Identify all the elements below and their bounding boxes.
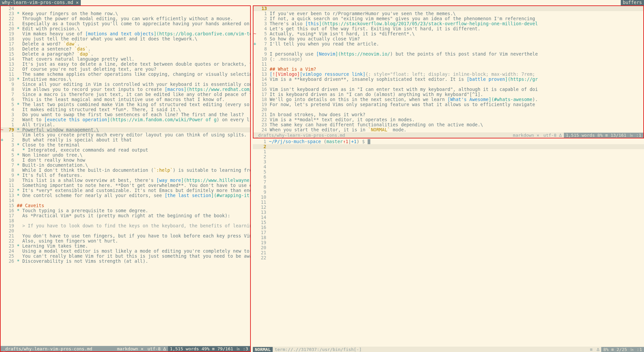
- code-line[interactable]: 16Vim isn't keyboard driven as in "I can…: [253, 87, 643, 92]
- terminal-line[interactable]: 15: [253, 220, 644, 225]
- code-line[interactable]: 10 This list is a shallow overview at be…: [1, 178, 250, 183]
- code-line[interactable]: 1 All trivial.: [1, 122, 250, 127]
- terminal-line[interactable]: 16: [253, 225, 644, 230]
- code-line[interactable]: +7I'll tell you when you read the articl…: [253, 41, 643, 46]
- shell-prompt[interactable]: ~/P/j/so-much-space (master↑1|+1) $: [269, 139, 644, 144]
- code-line[interactable]: 20: [1, 228, 250, 233]
- code-line[interactable]: 22 Through the power of modal editing, y…: [1, 16, 250, 21]
- code-line[interactable]: 3* Close to the terminal: [1, 142, 250, 148]
- code-line[interactable]: 12* It's *very* extensible and customiza…: [1, 188, 250, 193]
- code-line[interactable]: 9I personally use [Neovim](https://neovi…: [253, 52, 643, 57]
- code-line[interactable]: 3 Do you want to swap the first two sent…: [1, 112, 250, 117]
- terminal-line[interactable]: 2: [253, 154, 644, 159]
- code-line[interactable]: 23* Keep your fingers on the home row.\: [1, 11, 250, 16]
- left-pane[interactable]: 24 23* Keep your fingers on the home row…: [0, 5, 251, 352]
- terminal-line[interactable]: 22: [253, 255, 644, 260]
- code-line[interactable]: 13[![Vimlogo][vimlogo ressource link]{: …: [253, 72, 643, 77]
- code-line[interactable]: 25 You can't really blame Vim for it but…: [1, 254, 250, 259]
- code-line[interactable]: 24When you start the editor, it is in `N…: [253, 127, 643, 132]
- right-top-buffer[interactable]: 13 1If you've ever been to r/ProgrammerH…: [253, 6, 643, 132]
- code-line[interactable]: ~5Actually, *using* Vim isn't hard, it i…: [253, 31, 643, 36]
- code-line[interactable]: 8: [253, 46, 643, 52]
- terminal-line[interactable]: 6: [253, 174, 644, 180]
- terminal-line[interactable]: 14: [253, 215, 644, 220]
- code-line[interactable]: 24: [1, 6, 250, 11]
- code-line[interactable]: 6So how do you actually close Vim?: [253, 36, 643, 41]
- code-line[interactable]: 23The same key can have different functi…: [253, 122, 643, 127]
- code-line[interactable]: 14: [1, 198, 250, 203]
- terminal-line[interactable]: 21: [253, 250, 644, 255]
- code-line[interactable]: 20: [253, 107, 643, 112]
- terminal-line[interactable]: 1: [253, 149, 644, 154]
- code-line[interactable]: 19For now, let's pretend Vims only separ…: [253, 102, 643, 107]
- code-line[interactable]: 7 Since a macro is therefore just text, …: [1, 92, 250, 97]
- code-line[interactable]: 11 Something important to note here. **D…: [1, 183, 250, 188]
- code-line[interactable]: 4 It makes editing structured text *fun*…: [1, 107, 250, 112]
- code-line[interactable]: 12## What is a Vim?: [253, 67, 643, 72]
- code-line[interactable]: 16 Delete a sentence? `das`.: [1, 46, 250, 52]
- code-line[interactable]: 7* Built-in documentation.\: [1, 163, 250, 168]
- code-line[interactable]: 16* Touch typing is a prerequisite to so…: [1, 208, 250, 213]
- code-line[interactable]: 17It is keyboard driven as in "I can do …: [253, 92, 643, 97]
- code-line[interactable]: 4Let's get this out of the way first. Ex…: [253, 26, 643, 31]
- code-line[interactable]: 22 Also, using ten fingers won't hurt.: [1, 238, 250, 244]
- code-line[interactable]: 19 > If you have to look down to find th…: [1, 223, 250, 228]
- code-line[interactable]: 6 I don't really know how: [1, 158, 250, 163]
- code-line[interactable]: 13* One control scheme for nearly all yo…: [1, 193, 250, 198]
- code-line[interactable]: 5* Non linear undo tree.\: [1, 153, 250, 158]
- terminal-line[interactable]: 11: [253, 200, 644, 205]
- terminal-line[interactable]: 7: [253, 180, 644, 185]
- code-line[interactable]: 18 you just tell the editor what you wan…: [1, 36, 250, 41]
- code-line[interactable]: 1 Vim lets you create pretty much every …: [1, 132, 250, 137]
- code-line[interactable]: 26* Discoverability is not Vims strength…: [1, 259, 250, 264]
- code-line[interactable]: 14Vim is a **keyboard driven**, insanely…: [253, 77, 643, 82]
- code-line[interactable]: 21In broad strokes, how does it work?: [253, 112, 643, 117]
- code-line[interactable]: 2 Want to [execute this operation](https…: [1, 117, 250, 122]
- terminal-line[interactable]: 3: [253, 159, 644, 164]
- tab-file[interactable]: why-learn-vim-pros-cons.md ✕: [0, 0, 81, 5]
- code-line[interactable]: 9 Since all your editing in Vim is contr…: [1, 82, 250, 87]
- terminal-line[interactable]: 4: [253, 164, 644, 169]
- code-line[interactable]: 18We'll go into details on this in the n…: [253, 97, 643, 102]
- code-line[interactable]: 6 This is the least magical and most int…: [1, 97, 250, 102]
- right-top-pane[interactable]: 13 1If you've ever been to r/ProgrammerH…: [253, 5, 644, 138]
- code-line[interactable]: 11 The same schema applies other operati…: [1, 72, 250, 77]
- terminal-line[interactable]: 18: [253, 235, 644, 240]
- code-line[interactable]: 10* Intuitive macros.\: [1, 77, 250, 82]
- terminal-line[interactable]: 19: [253, 240, 644, 245]
- code-line[interactable]: 21 You don't have to use ten fingers, bu…: [1, 233, 250, 238]
- code-line[interactable]: 13: [253, 6, 643, 11]
- code-line[interactable]: 24 Using a modal text editor is most lik…: [1, 249, 250, 254]
- code-line[interactable]: 9* It's full of features.: [1, 173, 250, 178]
- code-line[interactable]: 19 Vim makes heavy use of [motions and t…: [1, 31, 250, 36]
- terminal-line[interactable]: 10: [253, 195, 644, 200]
- code-line[interactable]: 20* Edit with precision.\: [1, 26, 250, 31]
- code-line[interactable]: 4 * Integrated, execute commands and rea…: [1, 148, 250, 153]
- tab-buffers[interactable]: buffers: [621, 0, 644, 5]
- code-line[interactable]: 10{: .message}: [253, 57, 643, 62]
- code-line[interactable]: 23* Learning Vim takes time.: [1, 244, 250, 249]
- code-line[interactable]: 5* The last two points combined make Vim…: [1, 102, 250, 107]
- terminal-line[interactable]: 5: [253, 169, 644, 174]
- code-line[interactable]: 15## Caveits: [1, 203, 250, 208]
- code-line[interactable]: ~79* Powerful window management.\: [1, 127, 250, 132]
- code-line[interactable]: 15 Delete a paragraph? `dap`.: [1, 52, 250, 57]
- code-line[interactable]: 18: [1, 218, 250, 223]
- terminal-line[interactable]: 13: [253, 210, 644, 215]
- terminal-buffer[interactable]: 1~/P/j/so-much-space (master↑1|+1) $ 212…: [253, 139, 644, 347]
- terminal-line[interactable]: 1~/P/j/so-much-space (master↑1|+1) $: [253, 139, 644, 144]
- terminal-line[interactable]: 2: [253, 144, 644, 149]
- code-line[interactable]: 17 Delete a word? `daw`.: [1, 41, 250, 46]
- terminal-line[interactable]: 12: [253, 205, 644, 210]
- code-line[interactable]: 22Vim is a **modal** text editor, it ope…: [253, 117, 643, 122]
- code-line[interactable]: 14 That covers natural language pretty w…: [1, 57, 250, 62]
- right-bottom-pane[interactable]: 1~/P/j/so-much-space (master↑1|+1) $ 212…: [253, 139, 644, 352]
- code-line[interactable]: 15: [253, 82, 643, 87]
- terminal-line[interactable]: 17: [253, 230, 644, 235]
- code-line[interactable]: 12 Of course you're not just deleting te…: [1, 67, 250, 72]
- code-line[interactable]: 2If not, a quick search on "exiting vim …: [253, 16, 643, 21]
- code-line[interactable]: 8 Vim allows you to record your text inp…: [1, 87, 250, 92]
- terminal-line[interactable]: 20: [253, 245, 644, 250]
- code-line[interactable]: 11: [253, 62, 643, 67]
- terminal-line[interactable]: 8: [253, 185, 644, 190]
